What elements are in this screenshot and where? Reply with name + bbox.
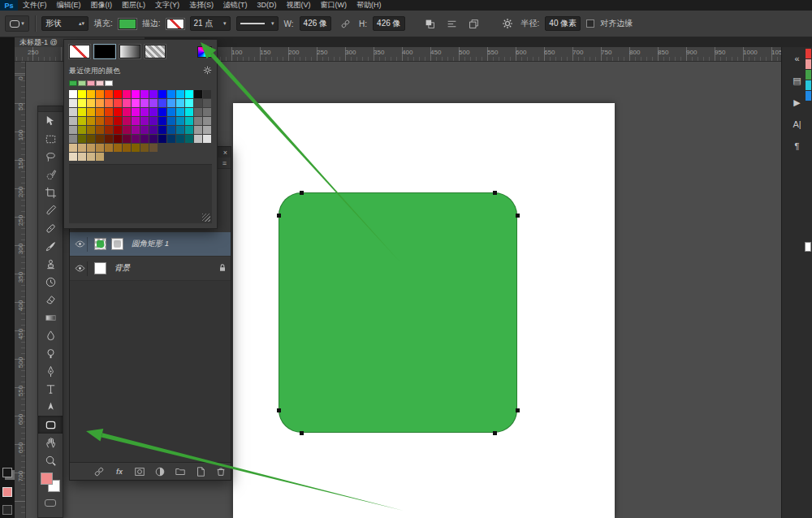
document-canvas[interactable] (233, 103, 615, 518)
color-swatch[interactable] (105, 117, 113, 125)
color-swatch[interactable] (132, 117, 140, 125)
path-anchor-point[interactable] (300, 431, 304, 435)
color-swatch[interactable] (69, 144, 77, 152)
color-swatch[interactable] (158, 99, 166, 107)
path-alignment-button[interactable] (444, 15, 460, 32)
path-anchor-point[interactable] (300, 191, 304, 195)
color-swatch[interactable] (69, 126, 77, 134)
recent-color-swatch[interactable] (105, 80, 113, 86)
collapse-dock[interactable]: « (788, 51, 807, 66)
color-swatch[interactable] (167, 108, 175, 116)
menu-item-9[interactable]: 窗口(W) (316, 0, 352, 11)
path-anchor-point[interactable] (516, 214, 520, 218)
color-swatch[interactable] (194, 135, 202, 143)
menu-item-8[interactable]: 视图(V) (282, 0, 316, 11)
mini-swatch[interactable] (806, 59, 811, 69)
close-icon[interactable]: × (223, 149, 227, 157)
color-swatch[interactable] (114, 126, 122, 134)
color-swatch[interactable] (149, 126, 158, 134)
color-swatch[interactable] (123, 108, 131, 116)
color-swatch[interactable] (140, 126, 149, 134)
gradient-button[interactable] (119, 45, 140, 58)
color-swatch[interactable] (123, 90, 131, 98)
resize-grip[interactable] (202, 214, 210, 222)
color-swatch[interactable] (114, 90, 122, 98)
color-swatch[interactable] (185, 99, 193, 107)
brush-tool[interactable] (38, 237, 63, 255)
color-swatch[interactable] (114, 117, 122, 125)
color-swatch[interactable] (105, 108, 113, 116)
color-swatch[interactable] (105, 144, 113, 152)
pattern-button[interactable] (145, 45, 166, 58)
color-swatch[interactable] (185, 126, 193, 134)
path-anchor-point[interactable] (493, 431, 497, 435)
color-swatch[interactable] (149, 99, 158, 107)
color-swatch[interactable] (87, 126, 95, 134)
tool-preset-picker[interactable]: ▾ (5, 15, 29, 32)
color-swatch[interactable] (96, 153, 104, 161)
color-swatch[interactable] (132, 99, 140, 107)
color-swatch[interactable] (185, 90, 193, 98)
color-swatch[interactable] (203, 126, 211, 134)
color-swatch[interactable] (69, 108, 77, 116)
new-group-button[interactable] (174, 465, 187, 478)
color-swatch[interactable] (78, 144, 86, 152)
color-swatch[interactable] (96, 144, 104, 152)
actions-play[interactable]: ▶ (788, 95, 807, 110)
menu-item-7[interactable]: 3D(D) (253, 0, 282, 11)
color-swatch[interactable] (176, 108, 184, 116)
zoom-tool[interactable] (38, 451, 63, 469)
radius-input[interactable]: 40 像素 (545, 16, 581, 31)
color-swatch[interactable] (140, 90, 149, 98)
color-swatch[interactable] (87, 90, 95, 98)
color-swatch[interactable] (140, 144, 149, 152)
delete-layer-button[interactable] (214, 465, 227, 478)
color-swatch[interactable] (203, 117, 211, 125)
color-swatch[interactable] (149, 135, 158, 143)
color-swatch[interactable] (87, 117, 95, 125)
visibility-toggle[interactable] (73, 237, 88, 252)
recent-color-swatch[interactable] (87, 80, 95, 86)
color-swatch[interactable] (132, 144, 140, 152)
color-swatch[interactable] (203, 135, 211, 143)
color-swatch[interactable] (158, 117, 166, 125)
fill-color-swatch[interactable] (119, 19, 136, 29)
color-swatch[interactable] (69, 135, 77, 143)
color-swatch[interactable] (158, 90, 166, 98)
path-anchor-point[interactable] (277, 214, 281, 218)
color-swatch[interactable] (140, 117, 149, 125)
color-swatch[interactable] (69, 117, 77, 125)
color-swatch[interactable] (114, 144, 122, 152)
rounded-rectangle-shape[interactable] (279, 192, 517, 433)
blur-tool[interactable] (38, 326, 63, 344)
color-swatch[interactable] (78, 99, 86, 107)
type-tool[interactable] (38, 380, 63, 398)
color-swatch[interactable] (203, 99, 211, 107)
panel-menu-icon[interactable]: ≡ (222, 159, 227, 167)
path-anchor-point[interactable] (493, 191, 497, 195)
layer-mask-button[interactable] (133, 465, 146, 478)
dodge-tool[interactable] (38, 344, 63, 362)
clone-stamp-tool[interactable] (38, 255, 63, 273)
paragraph-panel[interactable]: ¶ (788, 139, 807, 153)
color-swatch[interactable] (96, 117, 104, 125)
path-arrange-button[interactable] (466, 15, 482, 32)
path-selection-tool[interactable] (38, 398, 63, 416)
solid-color-button[interactable] (94, 45, 115, 58)
align-edges-checkbox[interactable] (586, 19, 594, 28)
color-swatch[interactable] (149, 108, 158, 116)
color-swatch[interactable] (96, 99, 104, 107)
link-layers-button[interactable] (93, 465, 106, 478)
color-swatch[interactable] (176, 90, 184, 98)
color-swatch[interactable] (87, 99, 95, 107)
color-swatch[interactable] (185, 108, 193, 116)
color-swatch[interactable] (132, 90, 140, 98)
color-swatch[interactable] (158, 108, 166, 116)
character-panel[interactable]: A| (788, 117, 807, 132)
lasso-tool[interactable] (38, 148, 63, 166)
history-brush-tool[interactable] (38, 273, 63, 291)
path-anchor-point[interactable] (516, 408, 520, 412)
color-swatch[interactable] (69, 90, 77, 98)
color-swatch[interactable] (132, 108, 140, 116)
color-swatch[interactable] (140, 99, 149, 107)
